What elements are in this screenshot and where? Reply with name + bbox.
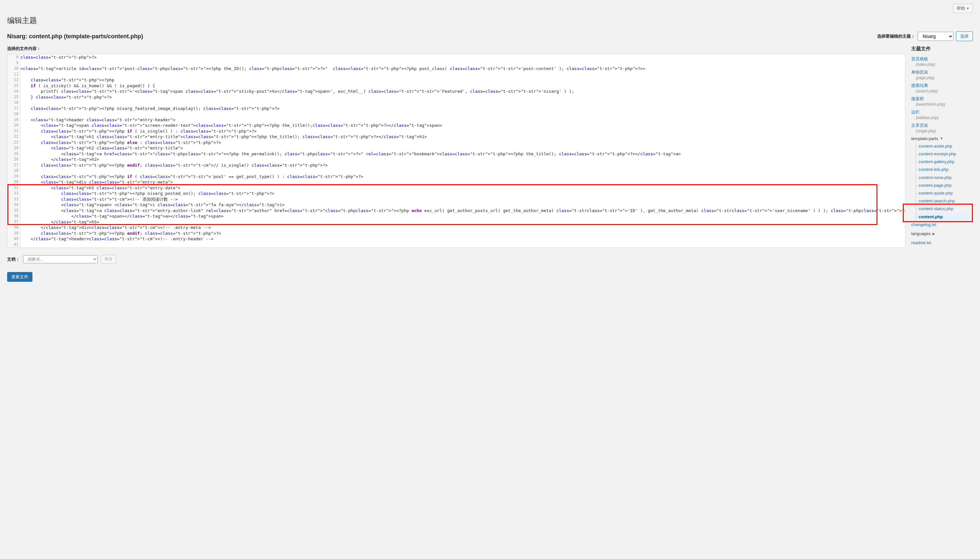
update-file-button[interactable]: 更新文件 (7, 272, 32, 282)
function-select[interactable]: 函数名... (23, 255, 98, 263)
code-line[interactable]: 11 (20, 72, 905, 78)
code-line[interactable]: 34 <class="t-tag">span> <class="t-tag">i… (20, 202, 905, 208)
file-link[interactable]: 文章页面 (911, 123, 928, 128)
file-link[interactable]: readme.txt (911, 240, 931, 245)
file-link[interactable]: 搜索框 (911, 96, 924, 101)
code-line[interactable]: 20 <class="t-tag">span class=class="t-st… (20, 122, 905, 128)
content-label: 选择的文件内容： (7, 46, 905, 51)
line-number: 31 (7, 185, 18, 191)
code-content: <class="t-tag">h1 class=class="t-str">"e… (20, 134, 427, 140)
line-number: 25 (7, 151, 18, 157)
code-content: class=class="t-str">"t-php"><?php if ( c… (20, 174, 363, 180)
line-number: 19 (7, 117, 18, 123)
folder-template-parts[interactable]: template-parts (911, 135, 943, 142)
code-line[interactable]: 27 class=class="t-str">"t-php"><?php end… (20, 162, 905, 168)
file-link[interactable]: changelog.txt (911, 222, 936, 227)
code-line[interactable]: 18 (20, 111, 905, 117)
file-link[interactable]: content-search.php (919, 198, 955, 203)
code-content (20, 111, 23, 117)
file-link[interactable]: 搜索结果 (911, 83, 928, 88)
code-line[interactable]: 29 class=class="t-str">"t-php"><?php if … (20, 174, 905, 180)
code-content: class=class="t-str">"t-php"><?php (20, 77, 114, 83)
code-line[interactable]: 14 printf( class=class="t-str">"t-str">'… (20, 89, 905, 94)
code-line[interactable]: 17 class=class="t-str">"t-php"><?php nis… (20, 106, 905, 112)
code-line[interactable]: 31 <class="t-tag">h5 class=class="t-str"… (20, 185, 905, 191)
code-line[interactable]: 41 (20, 242, 905, 248)
code-line[interactable]: 12 class=class="t-str">"t-php"><?php (20, 77, 905, 83)
file-link[interactable]: content.php (919, 214, 943, 219)
code-line[interactable]: 32 class=class="t-str">"t-php"><?php nis… (20, 191, 905, 197)
code-line[interactable]: 21 class=class="t-str">"t-php"><?php if … (20, 128, 905, 134)
code-content (20, 168, 23, 174)
file-link[interactable]: content-page.php (919, 183, 952, 188)
code-content: class=class="t-str">"t-php"><?php endif;… (20, 230, 221, 237)
file-item: content-search.php (916, 197, 973, 205)
code-content: <class="t-tag">h5 class=class="t-str">"e… (20, 185, 181, 191)
file-item: 搜索框(searchform.php) (911, 95, 973, 108)
file-link[interactable]: content-link.php (919, 167, 948, 172)
line-number: 14 (7, 89, 18, 94)
code-content: </class="t-tag">div>class=class="t-str">… (20, 225, 211, 230)
code-line[interactable]: 33 class=class="t-str">"t-cm"><!-- 添加阅读计… (20, 197, 905, 202)
file-item: changelog.txt (911, 221, 973, 228)
query-button[interactable]: 查询 (101, 255, 116, 264)
code-line[interactable]: 35 <class="t-tag">a class=class="t-str">… (20, 208, 905, 214)
line-number: 39 (7, 230, 18, 237)
code-content: <class="t-tag">a href=class="t-str">"cla… (20, 151, 681, 157)
file-link[interactable]: content-status.php (919, 206, 953, 211)
code-line[interactable]: 28 (20, 168, 905, 174)
line-number: 13 (7, 83, 18, 89)
line-number: 41 (7, 242, 18, 248)
file-item: 搜索结果(search.php) (911, 82, 973, 95)
file-item: content-gallery.php (916, 158, 973, 166)
line-number: 22 (7, 134, 18, 140)
file-sublabel: (searchform.php) (916, 102, 973, 108)
code-line[interactable]: 13 if ( is_sticky() && is_home() && ! is… (20, 83, 905, 89)
code-content: <class="t-tag">div class=class="t-str">"… (20, 179, 173, 185)
line-number: 36 (7, 213, 18, 219)
file-link[interactable]: content-aside.php (919, 144, 952, 149)
file-link[interactable]: content-quote.php (919, 191, 953, 195)
help-button[interactable]: 帮助 ▼ (953, 4, 973, 13)
file-item: 首页模板(index.php) (911, 55, 973, 68)
code-line[interactable]: 19 <class="t-tag">header class=class="t-… (20, 117, 905, 123)
code-line[interactable]: 39 class=class="t-str">"t-php"><?php end… (20, 230, 905, 237)
code-line[interactable]: 25 <class="t-tag">a href=class="t-str">"… (20, 151, 905, 157)
code-line[interactable]: 10<class="t-tag">article id=class="t-str… (20, 66, 905, 72)
line-number: 28 (7, 168, 18, 174)
select-button[interactable]: 选择 (956, 31, 973, 41)
code-line[interactable]: 9 (20, 60, 905, 66)
code-line[interactable]: 22 <class="t-tag">h1 class=class="t-str"… (20, 134, 905, 140)
file-item: 文章页面(single.php) (911, 122, 973, 135)
file-link[interactable]: content-none.php (919, 175, 952, 180)
page-title: 编辑主题 (7, 16, 973, 26)
file-item: 单独页面(page.php) (911, 68, 973, 82)
doc-label: 文档： (7, 256, 20, 262)
line-number: 33 (7, 197, 18, 202)
code-line[interactable]: 23 class=class="t-str">"t-php"><?php els… (20, 140, 905, 146)
folder-languages[interactable]: languages (911, 230, 935, 238)
code-content: class=class="t-str">"t-php"><?php nisarg… (20, 106, 279, 112)
file-sublabel: (sidebar.php) (916, 115, 973, 121)
code-line[interactable]: 15 } class=class="t-str">"t-php">?> (20, 94, 905, 100)
code-line[interactable]: 38 </class="t-tag">div>class=class="t-st… (20, 225, 905, 230)
code-line[interactable]: 26 </class="t-tag">h2> (20, 157, 905, 162)
code-line[interactable]: 16 (20, 100, 905, 106)
code-line[interactable]: 40 </class="t-tag">header>class=class="t… (20, 236, 905, 242)
code-line[interactable]: 8class=class="t-str">"t-php">?> (20, 55, 905, 60)
code-content: if ( is_sticky() && is_home() && ! is_pa… (20, 83, 155, 89)
code-line[interactable]: 37 </class="t-tag">h5> (20, 219, 905, 225)
file-link[interactable]: 首页模板 (911, 56, 928, 61)
code-content: </class="t-tag">header>class=class="t-st… (20, 236, 214, 242)
code-line[interactable]: 24 <class="t-tag">h2 class=class="t-str"… (20, 145, 905, 151)
theme-select[interactable]: Nisarg (918, 32, 953, 41)
file-link[interactable]: content-excerpt.php (919, 151, 956, 156)
file-link[interactable]: content-gallery.php (919, 159, 954, 164)
file-link[interactable]: 单独页面 (911, 70, 928, 74)
file-item: content.php (916, 213, 973, 221)
file-link[interactable]: 边栏 (911, 109, 920, 114)
line-number: 12 (7, 77, 18, 83)
code-line[interactable]: 30 <class="t-tag">div class=class="t-str… (20, 179, 905, 185)
code-line[interactable]: 36 </class="t-tag">span></class="t-tag">… (20, 213, 905, 219)
code-editor[interactable]: 8class=class="t-str">"t-php">?>9 10<clas… (7, 54, 905, 248)
